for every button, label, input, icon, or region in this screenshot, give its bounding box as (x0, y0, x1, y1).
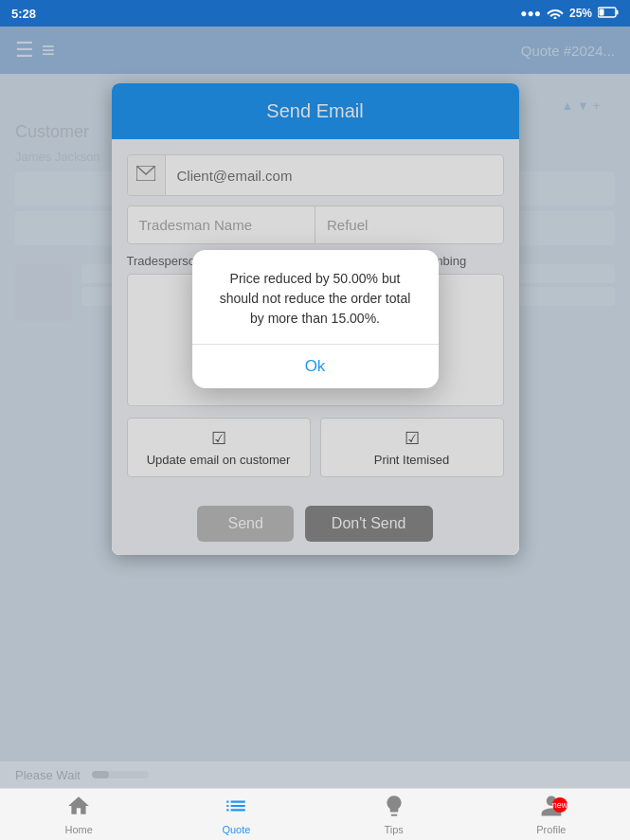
alert-dialog: Price reduced by 50.00% but should not r… (192, 250, 439, 388)
home-icon (66, 794, 91, 818)
send-email-modal: Send Email Tradesman Name Refuel (112, 83, 519, 555)
profile-badge: new (552, 797, 567, 813)
status-time: 5:28 (11, 7, 36, 21)
tab-home[interactable]: Home (0, 788, 157, 840)
ok-button[interactable]: Ok (192, 345, 439, 388)
battery-text: 25% (569, 7, 592, 20)
svg-rect-1 (617, 9, 619, 14)
quote-icon (224, 794, 248, 818)
tab-profile[interactable]: new Profile (473, 788, 630, 840)
modal-overlay: Send Email Tradesman Name Refuel (0, 27, 630, 788)
tab-tips-icon-wrapper (382, 794, 406, 822)
tab-quote-icon-wrapper (224, 794, 248, 822)
tab-bar: Home Quote Tips new Profile (0, 788, 630, 840)
alert-message: Price reduced by 50.00% but should not r… (192, 250, 439, 344)
battery-icon (598, 7, 619, 21)
tab-profile-icon-wrapper: new (539, 794, 564, 822)
tab-home-icon-wrapper (66, 794, 91, 822)
tab-tips-label: Tips (384, 824, 403, 835)
alert-overlay: Price reduced by 50.00% but should not r… (112, 83, 519, 555)
tab-tips[interactable]: Tips (315, 788, 473, 840)
status-bar: 5:28 ●●● 25% (0, 0, 630, 27)
signal-icon: ●●● (520, 7, 541, 20)
wifi-icon (547, 6, 564, 22)
tab-quote-label: Quote (222, 824, 250, 835)
tips-icon (382, 794, 406, 818)
tab-quote[interactable]: Quote (157, 788, 315, 840)
status-icons: ●●● 25% (520, 6, 619, 22)
svg-rect-2 (600, 9, 604, 15)
tab-profile-label: Profile (536, 824, 566, 835)
tab-home-label: Home (64, 824, 92, 835)
